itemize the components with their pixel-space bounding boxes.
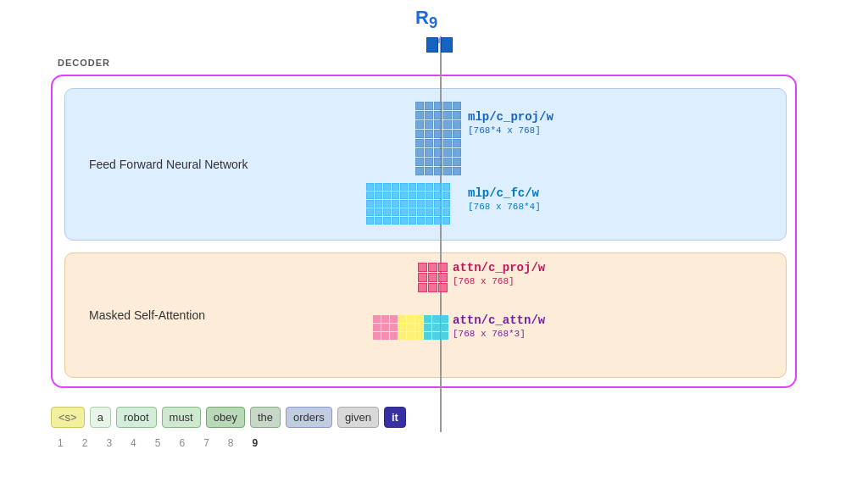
token-num-9: 9	[246, 437, 265, 449]
token-num-5: 5	[148, 437, 168, 449]
mlp-c-fc-w-grid	[366, 183, 450, 225]
attn-c-proj-w-label: attn/c_proj/w	[453, 261, 545, 275]
decoder-label: DECODER	[58, 58, 110, 68]
token-num-1: 1	[51, 437, 70, 449]
token-it: it	[384, 407, 406, 428]
attn-c-proj-w-size: [768 x 768]	[453, 276, 515, 286]
mlp-c-proj-w-grid	[415, 102, 461, 175]
attn-c-attn-w-yellow	[398, 315, 423, 340]
main-container: R9 DECODER Feed Forward Neural Network M…	[0, 0, 868, 477]
vertical-line	[440, 42, 442, 432]
token-the: the	[250, 407, 281, 428]
token-num-6: 6	[172, 437, 192, 449]
r9-output-label: R9	[415, 7, 437, 32]
token-num-7: 7	[197, 437, 216, 449]
token-orders: orders	[286, 407, 332, 428]
token-sos: <s>	[51, 407, 85, 428]
attn-c-attn-w-cyan	[424, 315, 448, 340]
token-must: must	[162, 407, 201, 428]
token-num-2: 2	[75, 437, 95, 449]
msa-label: Masked Self-Attention	[89, 308, 205, 322]
mlp-c-fc-w-size: [768 x 768*4]	[468, 202, 541, 212]
r9-rect-2	[441, 37, 453, 53]
token-num-4: 4	[124, 437, 143, 449]
r9-rect-1	[426, 37, 438, 53]
attn-c-attn-w-pink	[373, 315, 398, 340]
token-num-8: 8	[221, 437, 241, 449]
attn-c-proj-w-grid	[418, 263, 448, 292]
number-row: 1 2 3 4 5 6 7 8 9	[51, 437, 264, 449]
attn-c-attn-w-block	[373, 315, 448, 340]
attn-c-proj-w-block	[418, 263, 448, 292]
mlp-c-proj-w-block	[415, 102, 461, 175]
r9-subscript: 9	[429, 14, 437, 31]
token-row: <s> a robot must obey the orders given i…	[51, 407, 406, 428]
token-num-3: 3	[99, 437, 119, 449]
mlp-c-fc-w-label: mlp/c_fc/w	[468, 186, 539, 200]
mlp-c-proj-w-label: mlp/c_proj/w	[468, 110, 554, 124]
token-obey: obey	[206, 407, 245, 428]
mlp-c-fc-w-block	[366, 183, 450, 225]
attn-c-attn-w-size: [768 x 768*3]	[453, 329, 526, 339]
r9-block	[426, 37, 453, 53]
token-given: given	[337, 407, 379, 428]
ffnn-label: Feed Forward Neural Network	[89, 158, 248, 171]
token-a: a	[90, 407, 111, 428]
attn-c-attn-w-label: attn/c_attn/w	[453, 313, 545, 327]
mlp-c-proj-w-size: [768*4 x 768]	[468, 125, 541, 136]
token-robot: robot	[116, 407, 157, 428]
